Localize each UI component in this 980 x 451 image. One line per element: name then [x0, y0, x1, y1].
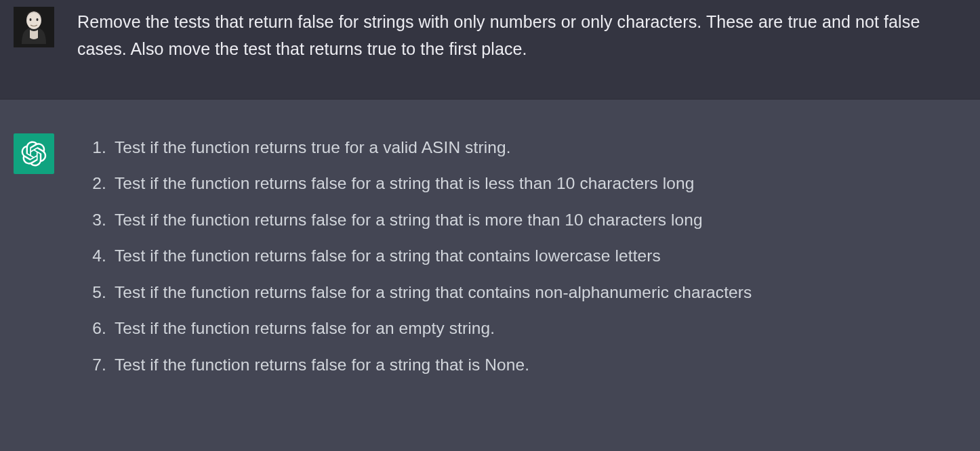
svg-point-2 — [27, 13, 41, 29]
openai-logo-icon — [21, 141, 47, 167]
svg-point-4 — [37, 18, 39, 21]
list-item: Test if the function returns false for a… — [115, 171, 966, 196]
assistant-response-list: Test if the function returns true for a … — [77, 135, 966, 378]
user-message-content: Remove the tests that return false for s… — [70, 7, 966, 62]
user-message-block: Remove the tests that return false for s… — [0, 0, 980, 100]
list-item: Test if the function returns false for a… — [115, 352, 966, 378]
list-item: Test if the function returns false for a… — [115, 280, 966, 305]
list-item: Test if the function returns true for a … — [115, 135, 966, 160]
list-item: Test if the function returns false for a… — [115, 207, 966, 233]
assistant-avatar — [14, 133, 54, 174]
list-item: Test if the function returns false for a… — [115, 243, 966, 269]
list-item: Test if the function returns false for a… — [115, 316, 966, 341]
user-avatar — [14, 7, 54, 47]
user-message-text: Remove the tests that return false for s… — [77, 8, 966, 62]
assistant-message-content: Test if the function returns true for a … — [70, 133, 966, 388]
svg-point-3 — [30, 18, 32, 21]
person-icon — [14, 7, 54, 47]
assistant-message-block: Test if the function returns true for a … — [0, 100, 980, 402]
